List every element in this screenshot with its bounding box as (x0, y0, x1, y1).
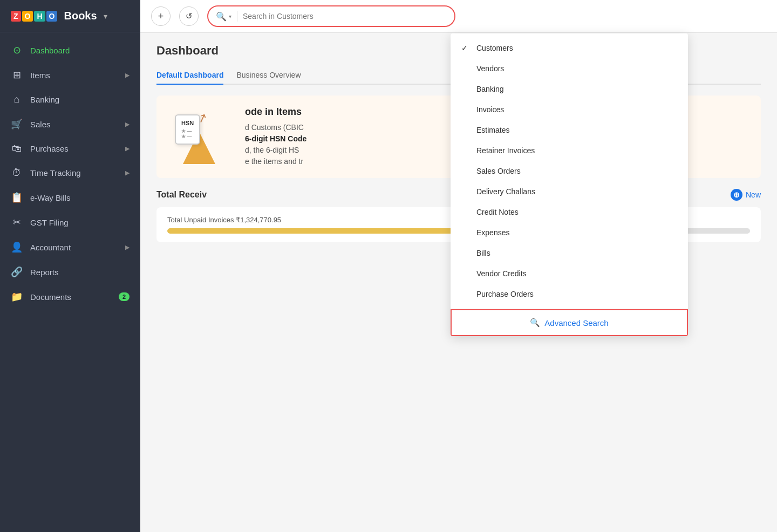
logo-letter-z: Z (11, 11, 21, 22)
purchases-arrow-icon: ▶ (125, 145, 130, 152)
dropdown-item-label: Retainer Invoices (476, 146, 535, 155)
sidebar-item-label: Reports (30, 268, 130, 277)
hsn-label: HSN (181, 120, 194, 126)
dropdown-item-label: Expenses (476, 228, 509, 237)
tab-business-overview[interactable]: Business Overview (236, 66, 301, 84)
sidebar-item-items[interactable]: ⊞ Items ▶ (0, 63, 140, 87)
dropdown-item-customers[interactable]: ✓ Customers (451, 38, 688, 58)
new-button[interactable]: ⊕ New (731, 189, 761, 201)
dropdown-item-label: Estimates (476, 126, 509, 134)
sidebar-item-label: Dashboard (30, 46, 130, 55)
logo-letter-h: H (34, 11, 45, 22)
time-tracking-icon: ⏱ (11, 167, 23, 179)
dropdown-item-retainer-invoices[interactable]: Retainer Invoices (451, 140, 688, 161)
sidebar-item-label: Banking (30, 95, 130, 104)
dropdown-item-sales-orders[interactable]: Sales Orders (451, 161, 688, 181)
dropdown-item-vendor-credits[interactable]: Vendor Credits (451, 263, 688, 284)
logo-letter-o2: O (46, 11, 58, 22)
sales-arrow-icon: ▶ (125, 121, 130, 128)
sidebar-item-label: Time Tracking (30, 168, 118, 178)
items-arrow-icon: ▶ (125, 72, 130, 79)
advanced-search-label: Advanced Search (544, 318, 608, 328)
dropdown-list: ✓ Customers Vendors Banking Invoices Est… (451, 33, 688, 309)
main-area: + ↺ 🔍 ▾ Dashboard Default Dashboard Busi… (140, 0, 777, 532)
app-chevron-icon: ▾ (104, 12, 107, 21)
dropdown-item-invoices[interactable]: Invoices (451, 99, 688, 120)
dropdown-item-label: Credit Notes (476, 208, 519, 216)
dropdown-item-bills[interactable]: Bills (451, 243, 688, 263)
dropdown-item-label: Sales Orders (476, 167, 521, 175)
gst-filing-icon: ✂ (11, 216, 23, 228)
accountant-icon: 👤 (11, 241, 23, 253)
logo-box: Z O H O (11, 11, 57, 22)
search-divider (237, 11, 237, 22)
sidebar-item-label: Items (30, 71, 118, 80)
sidebar-nav: ⊙ Dashboard ⊞ Items ▶ ⌂ Banking 🛒 Sales … (0, 32, 140, 532)
dropdown-item-delivery-challans[interactable]: Delivery Challans (451, 181, 688, 202)
sidebar-logo[interactable]: Z O H O Books ▾ (0, 0, 140, 32)
app-name: Books (64, 10, 97, 22)
sales-icon: 🛒 (11, 118, 23, 130)
dropdown-item-label: Bills (476, 249, 490, 257)
banking-icon: ⌂ (11, 94, 23, 105)
dropdown-item-label: Banking (476, 85, 504, 93)
checkmark-icon: ✓ (461, 44, 470, 52)
new-button-label: New (746, 190, 761, 199)
sidebar-item-gst-filing[interactable]: ✂ GST Filing (0, 210, 140, 235)
section-title: Total Receiv (156, 190, 207, 200)
dashboard-icon: ⊙ (11, 44, 23, 56)
sidebar-item-reports[interactable]: 🔗 Reports (0, 260, 140, 284)
dropdown-item-vendors[interactable]: Vendors (451, 58, 688, 79)
purchases-icon: 🛍 (11, 143, 23, 154)
sidebar-item-banking[interactable]: ⌂ Banking (0, 87, 140, 112)
items-icon: ⊞ (11, 69, 23, 81)
dropdown-item-label: Invoices (476, 105, 504, 114)
search-chevron-icon: ▾ (229, 13, 231, 19)
topbar: + ↺ 🔍 ▾ (140, 0, 777, 33)
search-input[interactable] (243, 12, 447, 21)
sidebar-item-sales[interactable]: 🛒 Sales ▶ (0, 112, 140, 137)
sidebar-item-label: e-Way Bills (30, 193, 130, 202)
search-type-selector[interactable]: 🔍 ▾ (216, 11, 231, 22)
sidebar: Z O H O Books ▾ ⊙ Dashboard ⊞ Items ▶ ⌂ … (0, 0, 140, 532)
dropdown-item-expenses[interactable]: Expenses (451, 222, 688, 243)
sidebar-item-time-tracking[interactable]: ⏱ Time Tracking ▶ (0, 161, 140, 185)
accountant-arrow-icon: ▶ (125, 244, 130, 251)
sidebar-item-dashboard[interactable]: ⊙ Dashboard (0, 38, 140, 63)
time-tracking-arrow-icon: ▶ (125, 169, 130, 176)
sidebar-item-accountant[interactable]: 👤 Accountant ▶ (0, 235, 140, 260)
add-button[interactable]: + (151, 6, 171, 26)
history-button[interactable]: ↺ (179, 6, 199, 26)
sidebar-item-purchases[interactable]: 🛍 Purchases ▶ (0, 137, 140, 161)
dropdown-item-label: Customers (476, 44, 513, 52)
eway-bills-icon: 📋 (11, 192, 23, 203)
reports-icon: 🔗 (11, 266, 23, 278)
advanced-search-button[interactable]: 🔍 Advanced Search (451, 309, 688, 336)
documents-badge: 2 (119, 292, 130, 301)
tab-default-dashboard[interactable]: Default Dashboard (156, 66, 223, 85)
sidebar-item-label: Purchases (30, 144, 118, 153)
sidebar-item-eway-bills[interactable]: 📋 e-Way Bills (0, 185, 140, 210)
sidebar-item-label: Accountant (30, 243, 118, 252)
dropdown-item-estimates[interactable]: Estimates (451, 120, 688, 140)
dropdown-item-credit-notes[interactable]: Credit Notes (451, 202, 688, 222)
banner-illustration: HSN ★ — ★ — ↗ (169, 110, 234, 164)
dropdown-item-label: Vendors (476, 64, 504, 73)
dropdown-item-label: Vendor Credits (476, 269, 527, 278)
documents-icon: 📁 (11, 291, 23, 303)
sidebar-item-label: Documents (30, 292, 111, 302)
search-dropdown: ✓ Customers Vendors Banking Invoices Est… (451, 33, 688, 336)
logo-letter-o: O (22, 11, 33, 22)
search-container: 🔍 ▾ (207, 5, 455, 27)
sidebar-item-label: GST Filing (30, 218, 130, 227)
new-button-icon: ⊕ (731, 189, 742, 201)
sidebar-item-label: Sales (30, 120, 118, 129)
dropdown-item-label: Purchase Orders (476, 290, 534, 298)
sidebar-item-documents[interactable]: 📁 Documents 2 (0, 284, 140, 309)
dropdown-item-purchase-orders[interactable]: Purchase Orders (451, 284, 688, 304)
advanced-search-icon: 🔍 (530, 318, 540, 328)
dropdown-item-banking[interactable]: Banking (451, 79, 688, 99)
dropdown-item-label: Delivery Challans (476, 187, 535, 196)
search-icon: 🔍 (216, 11, 227, 22)
